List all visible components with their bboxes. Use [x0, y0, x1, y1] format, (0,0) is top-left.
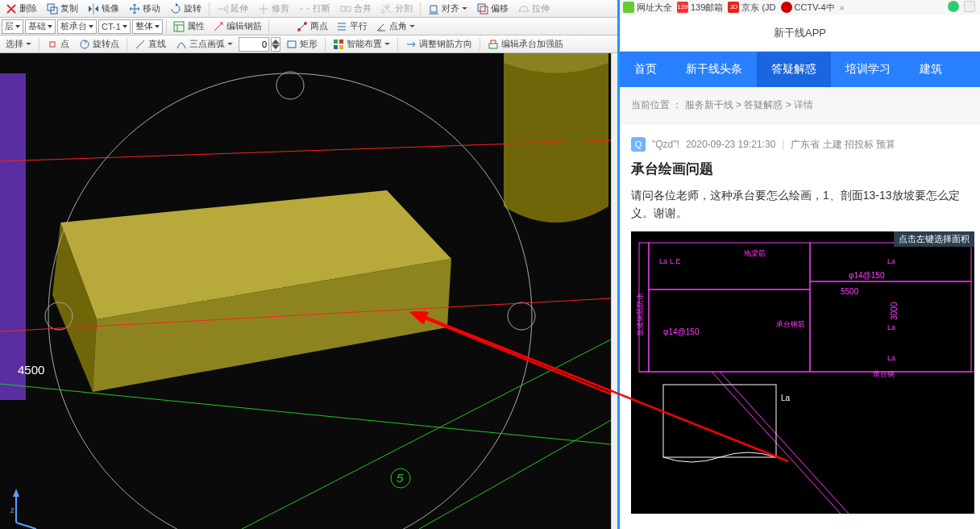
- line-label: 直线: [148, 38, 166, 50]
- rect-button[interactable]: 矩形: [282, 36, 322, 52]
- nav-arch[interactable]: 建筑: [905, 52, 957, 87]
- two-point-icon: [297, 21, 308, 32]
- trim-button[interactable]: 修剪: [254, 1, 293, 16]
- pilecap-label: 桩承台: [60, 20, 87, 32]
- toolbar-separator: [209, 2, 210, 15]
- svg-rect-3: [347, 6, 351, 11]
- select-label: 选择: [6, 38, 23, 50]
- svg-rect-13: [339, 40, 343, 44]
- attributes-icon: [173, 21, 185, 32]
- split-label: 分割: [395, 2, 413, 15]
- rotate-button[interactable]: 旋转: [166, 1, 206, 16]
- point-button[interactable]: 点: [43, 36, 73, 52]
- fav-all[interactable]: 网址大全: [623, 2, 672, 14]
- chevron-down-icon: [15, 25, 20, 28]
- offset-label: 偏移: [491, 2, 509, 15]
- mirror-label: 镜像: [102, 2, 119, 15]
- svg-text:φ14@150: φ14@150: [849, 271, 885, 280]
- svg-text:承台钢: 承台钢: [873, 370, 895, 378]
- extend-button[interactable]: 延伸: [213, 1, 252, 16]
- align-icon: [428, 3, 439, 15]
- cad-app-pane: 删除 复制 镜像 移动 旋转 延伸 修剪 打断 合并 分割 对齐 偏移 拉伸 层…: [0, 0, 617, 529]
- align-button[interactable]: 对齐: [424, 1, 471, 16]
- stepper-icon[interactable]: [271, 37, 280, 52]
- drag-button[interactable]: 拉伸: [514, 1, 554, 16]
- edit-rebar-icon: [213, 21, 224, 32]
- post-time: 2020-09-23 19:21:30: [686, 139, 775, 150]
- move-button[interactable]: 移动: [125, 1, 164, 16]
- drag-icon: [518, 3, 529, 15]
- adjust-button[interactable]: 调整钢筋方向: [401, 36, 476, 52]
- toolbar-separator: [127, 38, 127, 51]
- delete-button[interactable]: 删除: [2, 1, 41, 16]
- rotpoint-button[interactable]: 旋转点: [75, 36, 123, 52]
- attr-button[interactable]: 属性: [170, 19, 208, 34]
- favorites-bar: 网址大全 139139邮箱 JD京东 (JD CCTV-4中 »: [620, 0, 980, 15]
- line-button[interactable]: 直线: [131, 36, 170, 52]
- split-button[interactable]: 分割: [377, 1, 417, 16]
- crumb-link-b[interactable]: 答疑解惑: [744, 99, 783, 110]
- viewport-scrollbar[interactable]: [611, 53, 617, 529]
- copy-button[interactable]: 复制: [43, 1, 82, 16]
- mirror-button[interactable]: 镜像: [84, 1, 123, 16]
- nav-news[interactable]: 新干线头条: [671, 52, 757, 87]
- parallel-button[interactable]: 平行: [333, 19, 371, 34]
- post-meta: Q "Qzd"! 2020-09-23 19:21:30 | 广东省 土建 招投…: [620, 124, 980, 156]
- post-author: "Qzd"!: [652, 139, 679, 150]
- fav-cctv[interactable]: CCTV-4中: [781, 2, 835, 14]
- chevron-down-icon: [122, 25, 127, 28]
- editrebar-button[interactable]: 编辑钢筋: [210, 19, 265, 34]
- pilecap-combo[interactable]: 桩承台: [57, 19, 97, 34]
- nav-train[interactable]: 培训学习: [831, 52, 905, 87]
- merge-button[interactable]: 合并: [336, 1, 376, 16]
- two-point-button[interactable]: 两点: [293, 19, 331, 34]
- fav-mail[interactable]: 139139邮箱: [677, 2, 723, 14]
- svg-text:φ14@150: φ14@150: [663, 327, 700, 336]
- svg-rect-17: [0, 73, 26, 400]
- edit-cap-icon: [488, 39, 499, 50]
- svg-rect-12: [334, 40, 338, 44]
- chevron-down-icon: [89, 25, 93, 28]
- select-button[interactable]: 选择: [2, 36, 35, 52]
- nav-home[interactable]: 首页: [620, 52, 671, 87]
- attr-label: 属性: [187, 20, 205, 32]
- svg-rect-16: [489, 44, 497, 48]
- layer-label: 层: [5, 20, 14, 32]
- 3d-viewport[interactable]: 4500 5 z: [0, 53, 611, 529]
- editcap-button[interactable]: 编辑承台加强筋: [484, 36, 567, 52]
- chevron-down-icon: [155, 25, 160, 28]
- pointangle-icon: [376, 21, 387, 32]
- ct1-combo[interactable]: CT-1: [98, 19, 131, 34]
- offset-button[interactable]: 偏移: [473, 1, 513, 16]
- numeric-input[interactable]: [239, 37, 269, 52]
- svg-text:L.E: L.E: [670, 257, 681, 265]
- crumb-link-a[interactable]: 服务新干线: [685, 99, 733, 110]
- dropdown-icon: [462, 3, 467, 15]
- svg-text:放坡钢筋防水: 放坡钢筋防水: [636, 293, 644, 336]
- pointangle-button[interactable]: 点角: [372, 19, 418, 34]
- layer-combo[interactable]: 层: [2, 19, 23, 34]
- svg-text:La: La: [659, 257, 667, 265]
- jd-icon: JD: [728, 2, 739, 13]
- site-nav: 首页 新干线头条 答疑解惑 培训学习 建筑: [620, 52, 980, 87]
- nav-qa[interactable]: 答疑解惑: [757, 52, 831, 87]
- rect-icon: [286, 39, 297, 50]
- post-body: 请问各位老师，这种承台要怎么绘画，1、剖面13-13放坡要怎么定义。谢谢。: [620, 186, 980, 231]
- base-combo[interactable]: 基础: [25, 19, 56, 34]
- svg-rect-15: [339, 45, 343, 49]
- svg-rect-4: [478, 4, 485, 11]
- viewport-canvas: [0, 53, 611, 529]
- rect-label: 矩形: [300, 38, 318, 50]
- post-image[interactable]: 点击左键选择面积 5500 3000 φ14@150 φ14@150 La L.…: [631, 231, 974, 514]
- chevron-down-icon: [48, 25, 52, 28]
- browser-pane: 网址大全 139139邮箱 JD京东 (JD CCTV-4中 » 新干线APP …: [617, 0, 980, 529]
- fav-jd[interactable]: JD京东 (JD: [728, 2, 775, 14]
- break-button[interactable]: 打断: [295, 1, 334, 16]
- ext1-icon[interactable]: [948, 1, 959, 12]
- ext2-icon[interactable]: [964, 1, 975, 12]
- point-label: 点: [60, 38, 69, 50]
- whole-combo[interactable]: 整体: [132, 19, 163, 34]
- editrebar-label: 编辑钢筋: [226, 20, 262, 32]
- smart-button[interactable]: 智能布置: [329, 36, 394, 52]
- arc3-button[interactable]: 三点画弧: [172, 36, 237, 52]
